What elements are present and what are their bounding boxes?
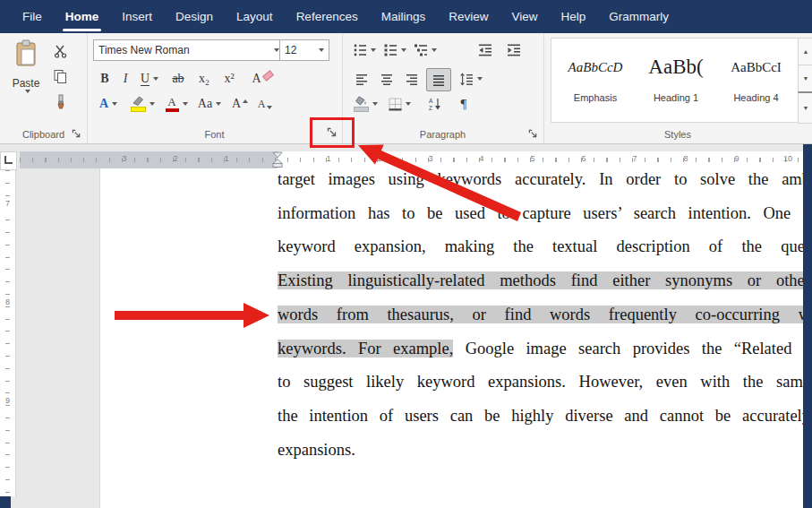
styles-group-label: Styles	[543, 129, 812, 140]
styles-gallery-more-button[interactable]: ▼	[798, 91, 812, 124]
style-sample: AaBb(	[637, 42, 714, 92]
styles-gallery-down-button[interactable]: ▼	[798, 65, 812, 92]
cut-button[interactable]	[49, 41, 71, 61]
show-paragraph-marks-button[interactable]: ¶	[453, 93, 474, 115]
style-card-heading-1[interactable]: AaBb( Heading 1	[637, 42, 714, 117]
font-color-button[interactable]: A	[163, 93, 190, 115]
shrink-font-button[interactable]: A	[254, 93, 276, 115]
tab-view[interactable]: View	[500, 0, 549, 33]
align-right-button[interactable]	[401, 68, 423, 90]
tab-review[interactable]: Review	[437, 0, 500, 33]
tab-insert[interactable]: Insert	[110, 0, 164, 33]
ruler-number: 2	[374, 154, 385, 163]
doc-line: the intention of users can be highly div…	[278, 400, 803, 434]
paste-label: Paste	[13, 77, 40, 90]
annotation-highlight-box	[310, 117, 355, 148]
font-color-icon: A	[167, 97, 175, 108]
style-name: Heading 1	[637, 92, 714, 103]
doc-line: keywords. For example, Google image sear…	[278, 332, 803, 366]
subscript-button[interactable]: x₂	[193, 68, 215, 90]
numbering-button[interactable]	[381, 39, 408, 61]
style-card-emphasis[interactable]: AaBbCcD Emphasis	[557, 42, 634, 117]
vertical-scrollbar[interactable]	[803, 143, 812, 508]
ruler-number: 10	[782, 154, 793, 163]
font-name-combobox[interactable]: Times New Roman	[93, 39, 285, 61]
tab-file[interactable]: File	[11, 0, 54, 33]
shading-button[interactable]	[351, 93, 380, 115]
document-page[interactable]: target images using keywords accurately.…	[100, 168, 803, 508]
tab-references[interactable]: References	[285, 0, 370, 33]
tab-layout[interactable]: Layout	[225, 0, 285, 33]
chevron-down-icon	[183, 102, 188, 106]
format-painter-icon	[54, 94, 67, 109]
doc-line: target images using keywords accurately.…	[278, 168, 803, 197]
style-card-heading-4[interactable]: AaBbCcI Heading 4	[718, 42, 794, 117]
paragraph-group-label: Paragraph	[342, 129, 543, 140]
paste-button[interactable]: Paste	[5, 39, 47, 127]
align-left-button[interactable]	[351, 68, 372, 90]
svg-text:Z: Z	[429, 105, 432, 111]
chevron-down-icon	[406, 102, 411, 106]
font-group-label: Font	[87, 129, 342, 140]
tab-design[interactable]: Design	[164, 0, 225, 33]
svg-text:A: A	[429, 98, 433, 104]
increase-indent-button[interactable]	[503, 39, 525, 61]
chevron-down-icon	[477, 77, 483, 81]
doc-text: keyword expansion, making the textual de…	[278, 237, 803, 255]
tab-stop-selector[interactable]	[0, 151, 17, 170]
document-text: target images using keywords accurately.…	[278, 168, 803, 467]
text-highlight-button[interactable]	[127, 93, 158, 115]
align-center-button[interactable]	[376, 68, 397, 90]
document-area: 3 2 1 1 2 3 4 5 6 7 8 9 10 7 8 9	[0, 143, 812, 508]
bullets-button[interactable]	[351, 39, 378, 61]
borders-button[interactable]	[385, 93, 414, 115]
copy-button[interactable]	[49, 66, 71, 86]
bold-button[interactable]: B	[95, 68, 115, 90]
numbering-icon	[383, 43, 397, 57]
justify-icon	[432, 73, 445, 87]
doc-line: information has to be used to capture us…	[278, 197, 803, 231]
strikethrough-button[interactable]: ab	[167, 68, 190, 90]
tab-home[interactable]: Home	[54, 0, 111, 33]
paragraph-dialog-launcher[interactable]	[526, 127, 539, 140]
superscript-button[interactable]: x²	[218, 68, 240, 90]
format-painter-button[interactable]	[49, 91, 71, 111]
italic-button[interactable]: I	[116, 68, 134, 90]
chevron-down-icon	[153, 77, 158, 81]
clear-formatting-button[interactable]: A	[251, 68, 274, 90]
sort-button[interactable]: A Z	[424, 93, 446, 115]
chevron-down-icon	[150, 102, 155, 106]
font-size-combobox[interactable]: 12	[279, 39, 329, 61]
text-effects-button[interactable]: A	[95, 93, 122, 115]
justify-button[interactable]	[426, 68, 451, 91]
clipboard-dialog-launcher[interactable]	[70, 127, 82, 140]
indent-marker[interactable]	[270, 151, 286, 168]
decrease-indent-button[interactable]	[474, 39, 496, 61]
tab-grammarly[interactable]: Grammarly	[597, 0, 680, 33]
chevron-down-icon	[25, 90, 30, 93]
multilevel-list-button[interactable]	[412, 39, 439, 61]
font-dialog-launcher[interactable]	[326, 126, 338, 139]
styles-gallery-up-button[interactable]: ▲	[798, 38, 812, 65]
ribbon: Paste	[0, 33, 812, 144]
style-name: Heading 4	[718, 92, 794, 103]
ruler-number: 7	[0, 199, 15, 208]
change-case-button[interactable]: Aa	[195, 93, 224, 115]
align-left-icon	[355, 73, 368, 86]
chevron-down-icon	[319, 48, 324, 52]
tab-mailings[interactable]: Mailings	[370, 0, 438, 33]
style-sample: AaBbCcI	[718, 42, 794, 92]
doc-line: Existing linguistically-related methods …	[278, 264, 803, 298]
line-spacing-button[interactable]	[457, 68, 485, 90]
grow-font-button[interactable]: A	[229, 93, 251, 115]
font-name-value: Times New Roman	[98, 44, 190, 56]
tab-help[interactable]: Help	[550, 0, 598, 33]
styles-gallery: AaBbCcD Emphasis AaBb( Heading 1 AaBbCcI…	[551, 38, 799, 123]
font-color-swatch	[166, 108, 179, 112]
font-size-value: 12	[285, 44, 296, 56]
horizontal-ruler: 3 2 1 1 2 3 4 5 6 7 8 9 10	[20, 151, 803, 168]
underline-button[interactable]: U	[136, 68, 163, 90]
chevron-down-icon	[372, 102, 378, 106]
dialog-launcher-icon	[72, 129, 81, 139]
ruler-number: 3	[119, 154, 130, 163]
